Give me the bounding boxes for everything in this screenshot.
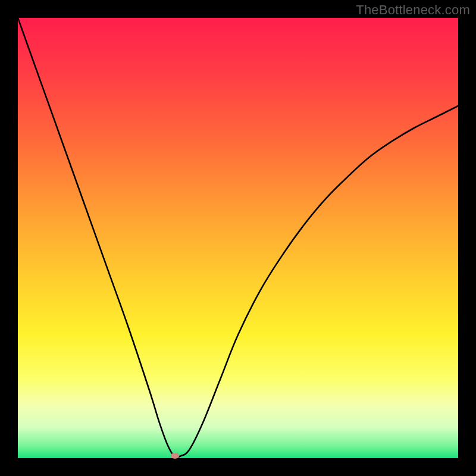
minimum-marker xyxy=(171,453,179,459)
gradient-background xyxy=(18,18,458,458)
watermark-text: TheBottleneck.com xyxy=(356,2,470,18)
chart-frame: TheBottleneck.com xyxy=(0,0,476,476)
gradient-plot xyxy=(18,18,458,458)
plot-area xyxy=(18,18,458,458)
